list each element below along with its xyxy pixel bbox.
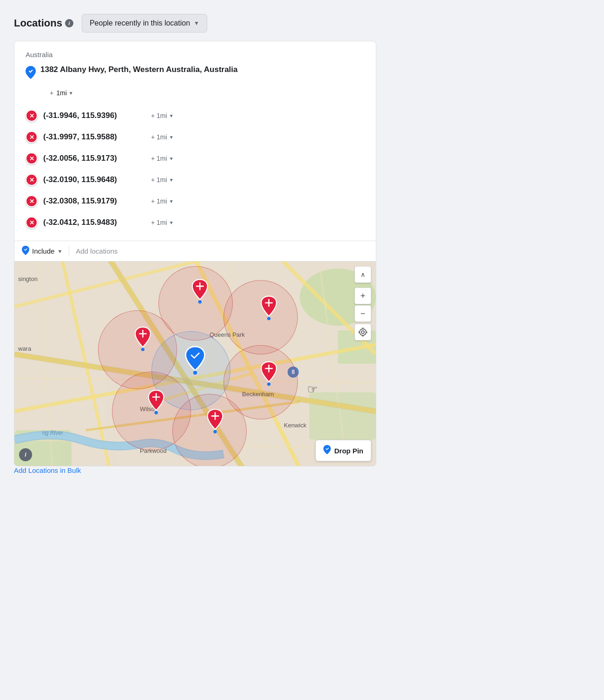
coord-text-3: (-32.0190, 115.9648) xyxy=(43,175,145,184)
include-button[interactable]: Include ▼ xyxy=(22,246,62,256)
primary-pin-icon xyxy=(26,66,36,82)
map-my-location-button[interactable] xyxy=(355,324,371,340)
radius-circle-pin2 xyxy=(223,280,298,354)
coord-text-2: (-32.0056, 115.9173) xyxy=(43,154,145,163)
map-zoom-in-button[interactable]: + xyxy=(355,288,371,304)
locations-info-icon[interactable]: i xyxy=(65,19,73,27)
primary-radius-plus: + xyxy=(50,89,53,97)
page-container: Locations i People recently in this loca… xyxy=(14,14,376,474)
remove-icon-1[interactable]: ✕ xyxy=(26,131,38,143)
coord-radius-chevron-0: ▼ xyxy=(169,113,174,118)
map-controls: ∧ + − xyxy=(355,266,371,340)
dropdown-chevron-icon: ▼ xyxy=(194,20,199,26)
drop-pin-label: Drop Pin xyxy=(335,447,364,455)
primary-location-row: 1382 Albany Hwy, Perth, Western Australi… xyxy=(26,65,365,82)
header-row: Locations i People recently in this loca… xyxy=(14,14,376,33)
coord-radius-5[interactable]: + 1mi ▼ xyxy=(151,219,174,226)
sington-label: sington xyxy=(18,275,38,282)
wara-label: wara xyxy=(18,345,31,352)
remove-icon-2[interactable]: ✕ xyxy=(26,152,38,164)
bulk-locations-link[interactable]: Add Locations in Bulk xyxy=(14,466,81,474)
map-info-icon[interactable]: i xyxy=(19,448,32,461)
coord-radius-plus-0: + 1mi xyxy=(151,112,167,119)
primary-location-text: 1382 Albany Hwy, Perth, Western Australi… xyxy=(40,65,238,74)
coordinate-rows: ✕ (-31.9946, 115.9396) + 1mi ▼ ✕ (-31.99… xyxy=(26,105,365,233)
coord-text-5: (-32.0412, 115.9483) xyxy=(43,218,145,227)
coord-row-2: ✕ (-32.0056, 115.9173) + 1mi ▼ xyxy=(26,148,365,169)
coord-row-4: ✕ (-32.0308, 115.9179) + 1mi ▼ xyxy=(26,190,365,212)
coord-row-1: ✕ (-31.9997, 115.9588) + 1mi ▼ xyxy=(26,126,365,148)
coord-radius-2[interactable]: + 1mi ▼ xyxy=(151,155,174,162)
coord-radius-3[interactable]: + 1mi ▼ xyxy=(151,176,174,183)
coord-row-3: ✕ (-32.0190, 115.9648) + 1mi ▼ xyxy=(26,169,365,190)
drop-pin-button[interactable]: Drop Pin xyxy=(315,440,372,461)
coord-radius-plus-3: + 1mi xyxy=(151,176,167,183)
map-section: Include ▼ Add locations xyxy=(14,241,376,466)
svg-point-41 xyxy=(361,331,364,334)
add-locations-button[interactable]: Add locations xyxy=(76,247,118,255)
coord-radius-4[interactable]: + 1mi ▼ xyxy=(151,197,174,205)
toolbar-divider xyxy=(69,247,69,256)
coord-radius-0[interactable]: + 1mi ▼ xyxy=(151,112,174,119)
remove-icon-3[interactable]: ✕ xyxy=(26,174,38,186)
primary-radius-value: 1mi xyxy=(56,89,67,97)
svg-point-40 xyxy=(360,329,366,335)
dropdown-label-text: People recently in this location xyxy=(90,19,190,27)
map-toolbar: Include ▼ Add locations xyxy=(14,241,376,262)
coord-radius-chevron-4: ▼ xyxy=(169,199,174,204)
coord-text-4: (-32.0308, 115.9179) xyxy=(43,196,145,206)
coord-row-0: ✕ (-31.9946, 115.9396) + 1mi ▼ xyxy=(26,105,365,126)
coord-radius-1[interactable]: + 1mi ▼ xyxy=(151,133,174,141)
coord-text-0: (-31.9946, 115.9396) xyxy=(43,111,145,120)
remove-icon-0[interactable]: ✕ xyxy=(26,110,38,122)
include-label: Include xyxy=(32,247,54,255)
coord-radius-plus-2: + 1mi xyxy=(151,155,167,162)
coord-radius-chevron-3: ▼ xyxy=(169,177,174,183)
include-pin-icon xyxy=(22,246,29,256)
ng-river-label: ng River xyxy=(42,430,63,436)
coord-radius-plus-5: + 1mi xyxy=(151,219,167,226)
coord-radius-chevron-5: ▼ xyxy=(169,220,174,225)
coord-radius-plus-4: + 1mi xyxy=(151,197,167,205)
coord-radius-chevron-2: ▼ xyxy=(169,156,174,161)
drop-pin-icon xyxy=(323,445,331,456)
primary-radius-chevron: ▼ xyxy=(69,91,73,96)
include-chevron-icon: ▼ xyxy=(57,249,62,254)
locations-label-text: Locations xyxy=(14,17,62,29)
coord-text-1: (-31.9997, 115.9588) xyxy=(43,132,145,142)
primary-radius-control: + 1mi ▼ xyxy=(50,89,365,97)
coord-radius-chevron-1: ▼ xyxy=(169,135,174,140)
locations-section-title: Locations i xyxy=(14,17,73,29)
locations-list: Australia 1382 Albany Hwy, Perth, Wester… xyxy=(14,41,376,241)
coord-radius-plus-1: + 1mi xyxy=(151,133,167,141)
primary-radius-dropdown[interactable]: 1mi ▼ xyxy=(56,89,73,97)
main-card: Australia 1382 Albany Hwy, Perth, Wester… xyxy=(14,41,376,466)
radius-circle-primary xyxy=(151,331,230,410)
remove-icon-5[interactable]: ✕ xyxy=(26,216,38,229)
country-label: Australia xyxy=(26,51,365,59)
crosshair-icon xyxy=(358,327,368,337)
map-collapse-button[interactable]: ∧ xyxy=(355,266,371,283)
kenwick-label: Kenwick xyxy=(284,422,306,429)
people-recently-dropdown[interactable]: People recently in this location ▼ xyxy=(82,14,207,33)
coord-row-5: ✕ (-32.0412, 115.9483) + 1mi ▼ xyxy=(26,212,365,233)
remove-icon-4[interactable]: ✕ xyxy=(26,195,38,207)
map-container[interactable]: sington wara Queens Park Beckenham Kenwi… xyxy=(14,262,376,466)
map-zoom-out-button[interactable]: − xyxy=(355,305,371,322)
